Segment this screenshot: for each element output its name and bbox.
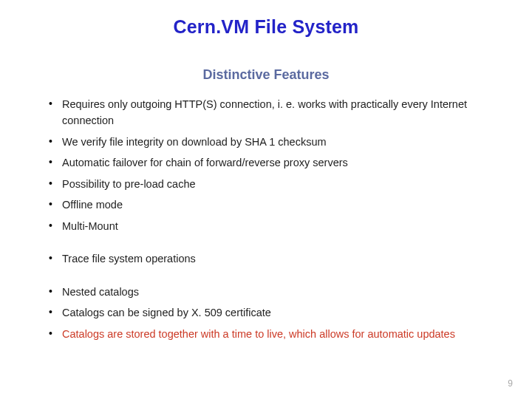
page-number: 9 <box>508 378 513 389</box>
list-item-highlight: Catalogs are stored together with a time… <box>49 326 510 342</box>
list-item: Requires only outgoing HTTP(S) connectio… <box>49 96 510 129</box>
list-item: Possibility to pre-load cache <box>49 176 510 192</box>
list-item: Offline mode <box>49 197 510 213</box>
list-item: Catalogs can be signed by X. 509 certifi… <box>49 304 510 321</box>
feature-list: Requires only outgoing HTTP(S) connectio… <box>22 96 510 342</box>
section-subtitle: Distinctive Features <box>22 67 510 83</box>
list-item: Nested catalogs <box>49 284 510 300</box>
page-title: Cern.VM File System <box>22 16 510 38</box>
list-item: We verify file integrity on download by … <box>49 134 510 150</box>
list-item: Automatic failover for chain of forward/… <box>49 154 510 171</box>
list-item: Multi-Mount <box>49 218 510 234</box>
list-item: Trace file system operations <box>49 250 510 267</box>
slide: Cern.VM File System Distinctive Features… <box>0 0 532 399</box>
